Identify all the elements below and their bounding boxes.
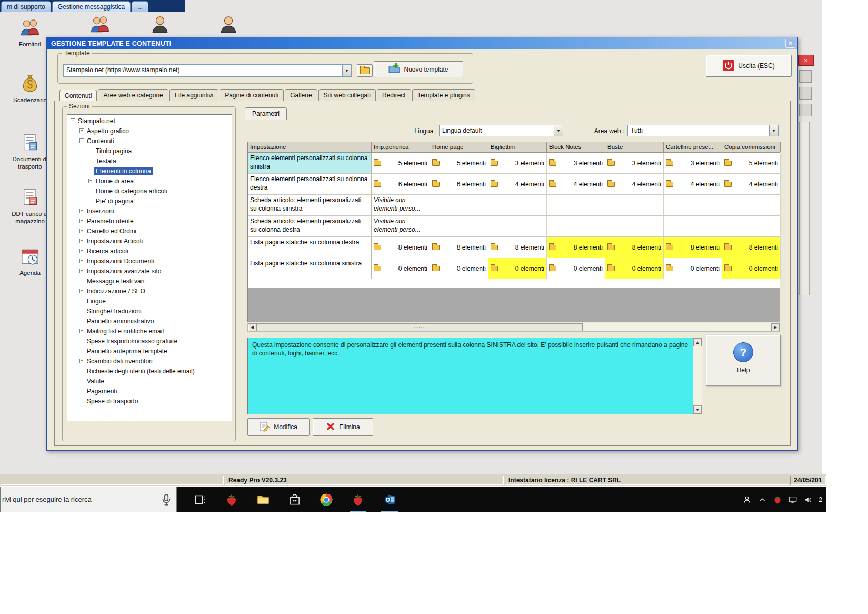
grid-cell[interactable]	[547, 195, 605, 215]
tree-expand-icon[interactable]: +	[79, 229, 84, 233]
taskbar-microsoft-store-icon[interactable]	[282, 487, 307, 512]
help-button[interactable]: ? Help	[706, 335, 781, 386]
grid-cell[interactable]: 6 elementi	[372, 174, 430, 194]
tree-item[interactable]: Stringhe/Traduzioni	[67, 306, 232, 316]
grid-cell[interactable]	[605, 195, 664, 215]
grid-cell[interactable]: 3 elementi	[547, 153, 605, 173]
close-icon[interactable]: ×	[785, 39, 795, 48]
tree-expand-icon[interactable]: +	[79, 269, 84, 273]
grid-cell[interactable]: 5 elementi	[722, 153, 781, 173]
tree-item[interactable]: +Impostazioni Documenti	[67, 256, 232, 266]
grid-row-name[interactable]: Elenco elementi personalizzati su colonn…	[248, 153, 372, 173]
tree-item[interactable]: Spese trasporto/incasso gratuite	[67, 336, 232, 346]
horizontal-scrollbar[interactable]: ◀ ····· ▶	[247, 323, 780, 332]
open-template-button[interactable]	[357, 64, 373, 77]
grid-row-name[interactable]: Elenco elementi personalizzati su colonn…	[248, 174, 372, 194]
tree-expand-icon[interactable]: +	[79, 209, 84, 213]
tree-item[interactable]: +Impostazioni avanzate sito	[67, 266, 232, 276]
grid-cell[interactable]: 8 elementi	[605, 237, 664, 258]
tray-readypro-strawberry-icon[interactable]	[773, 495, 782, 504]
toolbar-users-icon[interactable]	[78, 15, 122, 36]
tray-speaker-icon[interactable]	[803, 495, 813, 504]
tray-chevron-up-icon[interactable]	[757, 495, 767, 504]
tree-item[interactable]: +Aspetto grafico	[67, 126, 232, 136]
taskbar-chrome-icon[interactable]	[314, 487, 339, 512]
grid-cell[interactable]: 8 elementi	[547, 237, 605, 258]
tab-template-e-plugins[interactable]: Template e plugins	[412, 89, 475, 101]
chevron-down-icon[interactable]: ▼	[342, 65, 351, 76]
toolbar-user-icon[interactable]	[138, 15, 182, 36]
tree-item[interactable]: Valute	[67, 376, 232, 386]
grid-cell[interactable]: 4 elementi	[547, 174, 605, 194]
browser-tab-3[interactable]: ...	[132, 1, 148, 12]
tree-item[interactable]: Pagamenti	[67, 386, 232, 396]
grid-cell[interactable]: 3 elementi	[664, 153, 722, 173]
grid-row-name[interactable]: Lista pagine statiche su colonna destra	[248, 237, 372, 258]
desktop-icon-fornitori[interactable]: Fornitori	[8, 18, 52, 48]
tree-item[interactable]: +Parametri utente	[67, 216, 232, 226]
tree-item[interactable]: Pannello amministrativo	[67, 316, 232, 326]
tree-item[interactable]: Lingue	[67, 296, 232, 306]
microphone-icon[interactable]	[159, 493, 173, 507]
taskbar-file-explorer-icon[interactable]	[251, 487, 276, 512]
background-window-button[interactable]	[799, 104, 812, 116]
tab-gallerie[interactable]: Gallerie	[285, 89, 317, 101]
scrollbar-track[interactable]	[693, 346, 702, 405]
tab-redirect[interactable]: Redirect	[377, 89, 411, 101]
browser-tab-2[interactable]: Gestione messaggistica	[52, 1, 131, 12]
grid-cell[interactable]: 4 elementi	[722, 174, 781, 194]
tree-expand-icon[interactable]: +	[79, 239, 84, 243]
tree-expand-icon[interactable]: +	[79, 329, 84, 333]
tree-expand-icon[interactable]: +	[79, 259, 84, 263]
grid-cell[interactable]: 0 elementi	[488, 258, 547, 279]
grid-cell[interactable]: 8 elementi	[664, 237, 722, 258]
desktop-icon-agenda[interactable]: Agenda	[8, 246, 52, 276]
chevron-down-icon[interactable]: ▼	[554, 125, 563, 136]
grid-cell[interactable]	[430, 216, 488, 236]
background-window-close-icon[interactable]: ×	[798, 55, 814, 66]
scrollbar-track[interactable]	[583, 323, 771, 331]
column-header[interactable]: Block Notes	[547, 142, 605, 152]
grid-cell[interactable]: 4 elementi	[664, 174, 722, 194]
column-header[interactable]: Cartelline prese...	[664, 142, 722, 152]
background-window-scrollbar[interactable]	[799, 122, 810, 295]
taskbar-outlook-icon[interactable]	[377, 487, 402, 512]
grid-cell[interactable]	[722, 216, 781, 236]
tree-item[interactable]: +Ricerca articoli	[67, 246, 232, 256]
desktop-icon-ddt-carico-di-magazzino[interactable]: DDT carico di magazzino	[8, 187, 52, 225]
lingua-combobox[interactable]: Lingua default ▼	[439, 125, 563, 136]
area-web-combobox[interactable]: Tutti ▼	[627, 125, 779, 136]
grid-cell[interactable]: 8 elementi	[488, 237, 547, 258]
taskbar-readypro-strawberry-icon[interactable]	[345, 487, 371, 512]
tree-item[interactable]: Spese di trasporto	[67, 396, 232, 406]
column-header[interactable]: Bigliettini	[488, 142, 547, 152]
template-combobox[interactable]: Stampalo.net (https://www.stampalo.net) …	[63, 64, 352, 77]
column-header[interactable]: Buste	[605, 142, 664, 152]
tab-siti-web-collegati[interactable]: Siti web collegati	[318, 89, 376, 101]
grid-cell[interactable]: 6 elementi	[430, 174, 488, 194]
chevron-down-icon[interactable]: ▼	[769, 125, 778, 136]
tray-user-icon[interactable]	[742, 495, 752, 504]
scroll-right-icon[interactable]: ▶	[771, 323, 780, 331]
tree-item[interactable]: +Indicizzazione / SEO	[67, 286, 232, 296]
tab-pagine-di-contenuti[interactable]: Pagine di contenuti	[220, 89, 284, 101]
tree-item[interactable]: Testata	[67, 156, 232, 166]
tree-collapse-icon[interactable]: −	[71, 118, 75, 123]
grid-row-name[interactable]: Scheda articolo: elementi personalizzati…	[248, 216, 372, 236]
grid-cell[interactable]: 4 elementi	[488, 174, 547, 194]
grid-cell[interactable]: 5 elementi	[372, 153, 430, 173]
description-scrollbar[interactable]: ▲ ▼	[693, 338, 702, 414]
tree-item[interactable]: +Inserzioni	[67, 206, 232, 216]
elimina-button[interactable]: Elimina	[313, 418, 373, 436]
scroll-down-icon[interactable]: ▼	[693, 405, 702, 414]
scroll-up-icon[interactable]: ▲	[693, 338, 702, 346]
tree-item[interactable]: +Home di area	[67, 176, 232, 186]
tree-expand-icon[interactable]: +	[79, 359, 84, 363]
background-window-button[interactable]	[799, 87, 812, 100]
grid-cell[interactable]: 5 elementi	[430, 153, 488, 173]
grid-cell[interactable]	[430, 195, 488, 215]
column-header[interactable]: Copia commissioni	[722, 142, 781, 152]
grid-cell[interactable]: 8 elementi	[430, 237, 488, 258]
grid-cell[interactable]: 0 elementi	[664, 258, 722, 279]
grid-cell[interactable]: Visibile con elementi perso...	[372, 195, 430, 215]
